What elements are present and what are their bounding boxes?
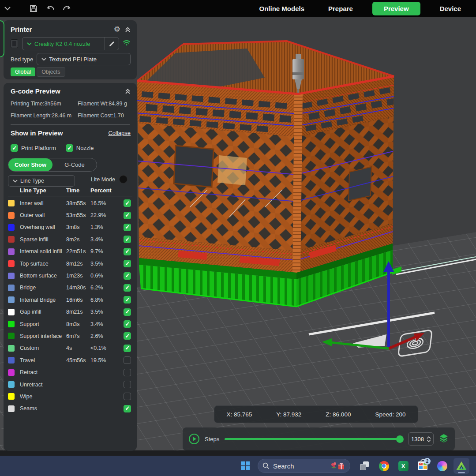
line-visibility-checkbox[interactable] <box>124 320 131 328</box>
line-color-swatch <box>8 285 15 291</box>
task-view-icon[interactable] <box>356 458 372 474</box>
start-button[interactable] <box>237 458 253 474</box>
line-type-row: Internal solid infill 22m51s 9.7% <box>4 246 137 258</box>
line-type-label: Unretract <box>20 382 42 388</box>
wifi-icon[interactable] <box>123 40 131 48</box>
search-input[interactable]: Search <box>258 459 350 473</box>
save-icon[interactable] <box>26 3 41 14</box>
line-type-label: Wipe <box>20 394 32 400</box>
line-visibility-checkbox[interactable] <box>124 236 131 243</box>
steps-slider-thumb[interactable] <box>396 435 404 443</box>
edit-printer-button[interactable] <box>105 37 119 50</box>
line-type-row: Gap infill 8m21s 3.5% <box>4 306 137 318</box>
line-type-dropdown[interactable]: Line Type <box>8 175 75 187</box>
line-type-label: Bridge <box>20 285 36 291</box>
line-visibility-checkbox[interactable] <box>124 308 131 316</box>
line-type-row: Unretract <box>4 379 137 390</box>
line-percent: 19.5% <box>90 357 106 364</box>
preview-toggle[interactable]: Nozzle <box>66 144 94 152</box>
line-visibility-checkbox[interactable] <box>124 224 131 231</box>
status-speed: Speed: 200 <box>375 411 405 418</box>
checkbox[interactable] <box>66 144 73 152</box>
line-color-swatch <box>8 369 15 376</box>
menu-chevron-icon[interactable] <box>0 3 15 14</box>
collapse-chevron-icon[interactable] <box>125 26 131 33</box>
view-mode-tab[interactable]: G-Code <box>52 158 97 171</box>
line-visibility-checkbox[interactable] <box>124 345 131 352</box>
line-visibility-checkbox[interactable] <box>124 393 131 400</box>
top-nav-tab[interactable]: Online Models <box>255 2 309 15</box>
line-type-label: Top surface <box>20 261 49 267</box>
search-placeholder: Search <box>273 462 327 470</box>
redo-icon[interactable] <box>59 3 74 14</box>
scope-tab[interactable]: Global <box>11 67 35 76</box>
line-percent: 3.4% <box>90 236 103 243</box>
line-color-swatch <box>8 248 15 255</box>
window-bottom-strip <box>0 450 476 456</box>
top-nav-tab[interactable]: Preview <box>372 2 420 15</box>
collapse-chevron-icon[interactable] <box>125 88 131 94</box>
play-button[interactable] <box>189 434 199 444</box>
stat-item: Filament Length:28.46 m <box>11 112 78 119</box>
printer-panel-title: Printer <box>11 26 32 33</box>
line-visibility-checkbox[interactable] <box>124 332 131 340</box>
printer-select[interactable]: Creality K2 0.4 nozzle <box>22 37 119 50</box>
excel-icon[interactable]: X <box>395 458 411 474</box>
line-time: 8m12s <box>66 261 83 267</box>
collapse-link[interactable]: Collapse <box>108 130 131 136</box>
line-time: 8m2s <box>66 236 80 243</box>
preview-toggle[interactable]: Print Platform <box>11 144 56 152</box>
line-time: 16m6s <box>66 297 83 303</box>
side-flyout-tab[interactable] <box>0 20 4 57</box>
line-color-swatch <box>8 224 15 231</box>
line-visibility-checkbox[interactable] <box>124 369 131 376</box>
line-percent: 3.5% <box>90 309 103 315</box>
line-visibility-checkbox[interactable] <box>124 260 131 267</box>
line-type-row: Overhang wall 3m8s 1.3% <box>4 221 137 233</box>
step-up-icon[interactable] <box>427 436 431 439</box>
microsoft-store-icon[interactable]: 2 <box>415 458 431 474</box>
line-time: 4s <box>66 345 72 351</box>
view-mode-tabs: Color Show G-Code <box>8 158 97 172</box>
line-color-swatch <box>8 405 15 412</box>
copilot-icon[interactable] <box>434 458 450 474</box>
layers-icon[interactable] <box>439 433 449 445</box>
line-time: 1m23s <box>66 273 83 279</box>
top-nav-tab[interactable]: Prepare <box>324 2 357 15</box>
steps-input[interactable]: 1308 <box>408 432 434 446</box>
line-color-swatch <box>8 296 15 303</box>
line-visibility-checkbox[interactable] <box>124 284 131 292</box>
stat-label: Filament Length: <box>11 112 52 119</box>
top-nav-tab[interactable]: Device <box>435 2 465 15</box>
undo-icon[interactable] <box>44 3 59 14</box>
line-visibility-checkbox[interactable] <box>124 199 131 207</box>
line-visibility-checkbox[interactable] <box>124 212 131 219</box>
line-visibility-checkbox[interactable] <box>124 248 131 255</box>
gear-icon[interactable]: ⚙ <box>114 26 120 33</box>
checkbox[interactable] <box>11 144 18 152</box>
step-down-icon[interactable] <box>427 439 431 442</box>
line-percent: 1.3% <box>90 224 103 230</box>
creality-print-app-icon[interactable] <box>454 458 469 474</box>
bed-type-select[interactable]: Textured PEI Plate <box>37 53 131 65</box>
view-mode-tab[interactable]: Color Show <box>8 158 52 171</box>
line-visibility-checkbox[interactable] <box>124 296 131 304</box>
line-visibility-checkbox[interactable] <box>124 356 131 364</box>
line-type-row: Sparse infill 8m2s 3.4% <box>4 233 137 245</box>
line-time: 14m30s <box>66 285 86 291</box>
lite-mode-toggle[interactable] <box>119 175 127 184</box>
steps-slider[interactable] <box>225 438 403 440</box>
line-color-swatch <box>8 309 15 315</box>
steps-value: 1308 <box>409 436 427 442</box>
line-type-row: Bridge 14m30s 6.2% <box>4 282 137 294</box>
chrome-icon[interactable] <box>376 458 392 474</box>
line-time: 53m55s <box>66 212 86 218</box>
line-visibility-checkbox[interactable] <box>124 272 131 280</box>
line-visibility-checkbox[interactable] <box>124 381 131 388</box>
line-visibility-checkbox[interactable] <box>124 405 131 412</box>
line-time: 45m56s <box>66 357 86 364</box>
scope-tab[interactable]: Objects <box>37 67 65 77</box>
line-color-swatch <box>8 393 15 400</box>
status-z: Z: 86.000 <box>326 411 351 418</box>
line-percent: 2.6% <box>90 333 103 339</box>
